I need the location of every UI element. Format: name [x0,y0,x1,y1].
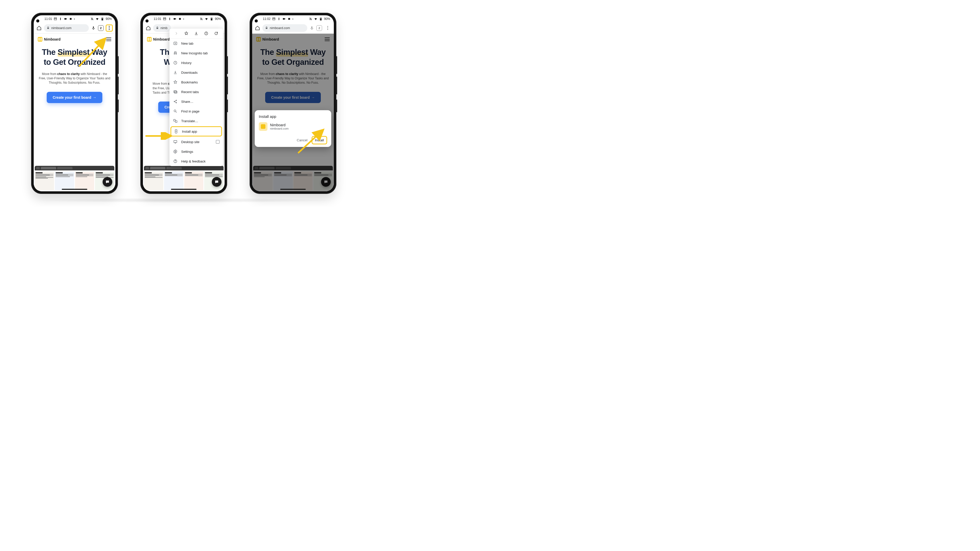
dialog-title: Install app [259,114,327,119]
browser-toolbar: nimboard.com 2 [34,22,115,34]
nav-pill[interactable] [62,189,87,190]
url-text: nimboard.com [270,26,290,30]
menu-recent-tabs[interactable]: Recent tabs [169,87,223,97]
menu-new-tab[interactable]: New tab [169,38,223,48]
desktop-checkbox[interactable] [216,140,220,144]
menu-settings[interactable]: Settings [169,147,223,156]
star-icon[interactable] [184,31,189,36]
bell-off-icon [309,17,312,21]
mail-icon [54,17,57,21]
menu-install-app[interactable]: Install app [170,126,222,137]
battery-icon [210,17,213,21]
menu-translate[interactable]: Translate… [169,116,223,126]
svg-rect-36 [283,18,285,20]
svg-rect-1 [64,18,66,20]
home-icon[interactable] [145,25,151,31]
preview-boards [34,166,115,191]
svg-rect-11 [179,18,181,20]
hero-tagline: Move from chaos to clarity with Nimboard… [38,72,111,85]
svg-rect-37 [288,18,290,20]
svg-point-23 [174,101,175,102]
lock-icon [156,26,159,30]
mic-icon[interactable] [91,25,96,30]
browser-toolbar: nimboard.com 2 [252,22,334,34]
tab-switcher[interactable]: 2 [98,25,103,31]
url-text: nimboard.com [51,26,72,30]
more-menu-button[interactable] [324,24,331,32]
battery-icon [100,17,104,21]
download-icon[interactable] [194,31,199,36]
app-name: Nimboard [270,123,289,127]
svg-rect-2 [70,18,72,20]
hero-headline: The Simplest Way to Get Organized [38,48,111,67]
menu-history[interactable]: History [169,58,223,68]
status-bar: 11:01 90% [34,15,115,22]
battery-text: 90% [215,17,221,21]
battery-icon [319,17,323,21]
menu-help[interactable]: Help & feedback [169,156,223,166]
nav-pill[interactable] [280,189,306,190]
hamburger-icon[interactable] [106,38,111,41]
home-icon[interactable] [255,25,260,31]
cta-button[interactable]: Create your first board→ [47,92,103,103]
svg-rect-15 [156,27,158,29]
phone-step-1: 11:01 90% nimboard.com 2 [31,13,118,194]
menu-downloads[interactable]: Downloads [169,68,223,77]
nav-pill[interactable] [171,189,197,190]
video-icon [64,17,67,21]
svg-point-25 [176,102,177,103]
install-button[interactable]: Install [312,136,327,144]
menu-find[interactable]: Find in page [169,106,223,116]
app-icon [69,17,73,21]
home-icon[interactable] [36,25,42,31]
app-icon [178,17,182,21]
menu-incognito[interactable]: New Incognito tab [169,48,223,58]
cancel-button[interactable]: Cancel [297,138,307,142]
address-bar[interactable]: nimb [153,24,171,32]
menu-desktop-site[interactable]: Desktop site [169,137,223,147]
svg-rect-42 [311,26,312,28]
menu-share[interactable]: Share… [169,97,223,106]
chat-widget[interactable] [212,177,221,187]
clock: 11:01 [45,17,52,21]
info-icon[interactable] [204,31,208,36]
mic-icon[interactable] [309,25,314,30]
chrome-overflow-menu: New tab New Incognito tab History Downlo… [169,29,223,166]
tab-switcher[interactable]: 2 [317,25,322,31]
app-domain: nimboard.com [270,127,289,130]
svg-rect-0 [60,17,61,20]
svg-point-24 [176,100,177,101]
chat-widget[interactable] [103,177,112,187]
svg-rect-35 [279,17,279,20]
wifi-icon [95,17,99,21]
menu-bookmarks[interactable]: Bookmarks [169,77,223,87]
more-menu-button[interactable] [106,24,113,32]
mail-icon [163,17,166,21]
clock: 11:01 [154,17,161,21]
site-logo[interactable]: Nimboard [38,37,60,41]
bell-off-icon [200,17,203,21]
svg-point-31 [175,151,176,152]
key-icon [59,17,62,21]
app-icon [287,17,291,21]
site-logo[interactable]: Nimboard [147,37,170,41]
svg-point-26 [174,110,176,112]
app-icon [259,122,267,131]
lock-icon [46,26,50,30]
install-dialog: Install app Nimboard nimboard.com Cancel… [255,110,331,147]
svg-rect-40 [320,18,321,20]
refresh-icon[interactable] [214,31,218,36]
svg-point-18 [206,32,206,33]
address-bar[interactable]: nimboard.com [44,24,89,32]
bell-off-icon [90,17,94,21]
address-bar[interactable]: nimboard.com [262,24,307,32]
forward-icon[interactable] [174,31,179,36]
status-bar: 11:01 90% [143,15,224,22]
mail-icon [272,17,275,21]
preview-boards [143,166,224,191]
svg-rect-30 [174,141,177,143]
video-icon [173,17,177,21]
svg-rect-14 [211,18,212,20]
status-bar: 11:02 90% [252,15,334,22]
svg-rect-9 [169,17,170,20]
